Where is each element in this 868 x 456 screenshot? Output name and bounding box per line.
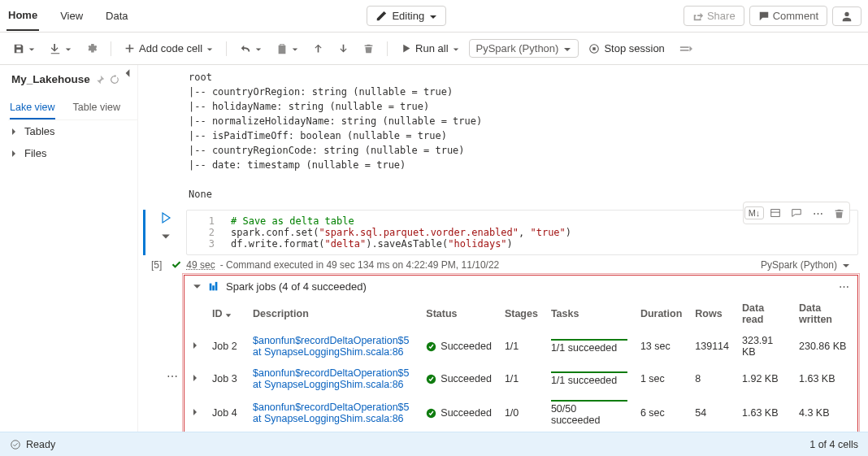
svg-point-0	[844, 11, 848, 15]
chevron-right-icon[interactable]	[191, 374, 199, 382]
stop-icon	[588, 43, 600, 54]
spark-more[interactable]: ⋯	[839, 280, 849, 293]
svg-rect-6	[212, 285, 215, 290]
stop-session-button[interactable]: Stop session	[584, 39, 669, 58]
success-icon	[426, 374, 436, 384]
chevron-down-icon	[28, 46, 35, 53]
lakehouse-title: My_Lakehouse	[11, 73, 90, 85]
tab-view[interactable]: View	[59, 2, 85, 30]
exec-language[interactable]: PySpark (Python)	[761, 259, 837, 271]
chevron-right-icon	[10, 150, 18, 158]
chevron-down-icon	[429, 13, 437, 21]
job-id: Job 4	[206, 395, 246, 431]
exec-count: [5]	[151, 259, 162, 271]
chevron-down-icon[interactable]	[161, 232, 171, 241]
cell-toolbar: M↓ ⋯	[743, 202, 850, 224]
job-row: Job 3 $anonfun$recordDeltaOperation$5 at…	[184, 363, 857, 395]
spark-icon	[208, 281, 219, 293]
person-icon	[841, 11, 853, 22]
collapse-handle[interactable]: ⋯	[167, 370, 178, 383]
delete-cell-button[interactable]	[358, 40, 379, 57]
status-ok-icon	[10, 439, 21, 450]
clipboard-icon	[276, 43, 288, 54]
panel-icon	[770, 207, 781, 219]
play-icon	[401, 43, 411, 54]
move-up-button[interactable]	[308, 40, 328, 57]
cell-output-toggle[interactable]	[766, 204, 784, 222]
save-menu[interactable]	[8, 40, 40, 58]
play-outline-icon	[159, 211, 172, 224]
cell-comment-toggle[interactable]	[788, 204, 805, 222]
pin-icon[interactable]	[95, 75, 105, 85]
comment-label: Comment	[773, 10, 818, 22]
run-cell-button[interactable]	[159, 211, 172, 227]
cell-delete[interactable]	[830, 204, 848, 222]
kernel-label: PySpark (Python)	[476, 42, 559, 54]
comment-icon	[791, 207, 802, 219]
schema-output: root |-- countryOrRegion: string (nullab…	[143, 70, 858, 202]
sort-icon[interactable]	[225, 311, 232, 318]
spark-jobs-panel: ⋯ Spark jobs (4 of 4 succeeded) ⋯ ID Des…	[184, 275, 858, 432]
chevron-right-icon[interactable]	[191, 408, 199, 416]
job-id: Job 3	[206, 363, 246, 395]
cell-more-menu[interactable]: ⋯	[809, 204, 827, 222]
job-description-link[interactable]: $anonfun$recordDeltaOperation$5 at Synap…	[253, 402, 410, 424]
variables-button[interactable]	[675, 40, 697, 58]
gear-icon	[86, 43, 98, 54]
chevron-down-icon[interactable]	[193, 282, 202, 291]
chevron-down-icon	[842, 262, 850, 270]
share-button[interactable]: Share	[684, 6, 744, 26]
cell-markdown-toggle[interactable]: M↓	[745, 204, 763, 222]
run-all-label: Run all	[415, 42, 448, 54]
comment-button[interactable]: Comment	[749, 6, 827, 26]
spark-jobs-title: Spark jobs (4 of 4 succeeded)	[226, 280, 367, 293]
exec-duration: 49 sec	[186, 259, 215, 271]
chevron-down-icon	[292, 46, 298, 53]
pencil-icon	[375, 11, 387, 22]
comment-icon	[758, 11, 770, 22]
table-view-tab[interactable]: Table view	[73, 97, 120, 119]
trash-icon	[363, 43, 374, 54]
save-icon	[13, 43, 24, 54]
success-icon	[426, 408, 436, 419]
stop-session-label: Stop session	[604, 42, 664, 54]
move-down-button[interactable]	[333, 40, 354, 57]
job-row: Job 2 $anonfun$recordDeltaOperation$5 at…	[184, 330, 857, 363]
people-button[interactable]	[832, 7, 861, 26]
share-label: Share	[707, 10, 736, 22]
svg-rect-5	[210, 283, 212, 290]
clipboard-menu[interactable]	[271, 40, 303, 58]
download-icon	[50, 43, 61, 54]
tree-files[interactable]: Files	[8, 142, 137, 164]
download-menu[interactable]	[45, 40, 76, 58]
tree-tables-label: Tables	[24, 125, 55, 137]
tree-files-label: Files	[24, 147, 46, 159]
exec-detail: - Command executed in 49 sec 134 ms on 4…	[220, 259, 500, 271]
tab-home[interactable]: Home	[7, 1, 39, 31]
tree-tables[interactable]: Tables	[8, 120, 137, 142]
undo-menu[interactable]	[235, 40, 267, 58]
svg-rect-2	[593, 47, 597, 50]
editing-mode-dropdown[interactable]: Editing	[367, 6, 446, 26]
svg-rect-3	[771, 210, 780, 217]
lake-view-tab[interactable]: Lake view	[10, 97, 55, 119]
checkmark-icon	[171, 260, 181, 270]
variables-icon	[679, 43, 692, 54]
job-description-link[interactable]: $anonfun$recordDeltaOperation$5 at Synap…	[253, 367, 410, 390]
settings-button[interactable]	[81, 40, 102, 58]
chevron-right-icon	[10, 128, 18, 136]
refresh-icon[interactable]	[110, 75, 119, 85]
svg-rect-7	[215, 281, 218, 290]
chevron-down-icon	[255, 46, 262, 53]
collapse-sidebar-button[interactable]	[123, 68, 132, 80]
chevron-left-icon	[123, 68, 132, 78]
undo-icon	[240, 43, 251, 54]
run-all-button[interactable]: Run all	[396, 39, 463, 58]
tab-data[interactable]: Data	[104, 2, 129, 30]
kernel-selector[interactable]: PySpark (Python)	[469, 39, 579, 58]
chevron-right-icon[interactable]	[191, 341, 199, 350]
chevron-down-icon	[65, 46, 72, 53]
job-description-link[interactable]: $anonfun$recordDeltaOperation$5 at Synap…	[253, 335, 410, 358]
add-code-cell-button[interactable]: Add code cell	[119, 39, 218, 58]
status-text: Ready	[26, 439, 55, 450]
